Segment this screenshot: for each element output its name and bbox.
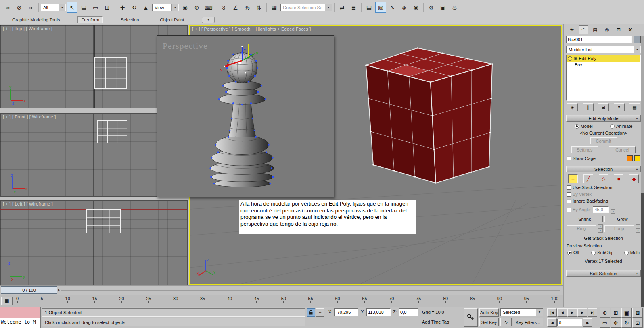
window-crossing-icon[interactable]: ⊞ bbox=[102, 2, 113, 13]
shrink-button[interactable]: Shrink bbox=[567, 216, 603, 222]
z-coordinate-field[interactable] bbox=[399, 308, 418, 316]
zoom-icon[interactable]: ⊕ bbox=[600, 308, 610, 318]
preview-subobj-radio[interactable]: SubObj bbox=[591, 250, 612, 255]
hierarchy-tab-icon[interactable]: ▤ bbox=[590, 25, 600, 34]
edit-named-selection-sets-icon[interactable]: ▦ bbox=[269, 2, 280, 13]
pin-stack-icon[interactable]: ◈ bbox=[567, 103, 578, 111]
selection-filter-dropdown[interactable]: All ▼ bbox=[41, 4, 66, 11]
render-production-icon[interactable]: ♨ bbox=[449, 2, 460, 13]
settings-button[interactable]: Settings bbox=[571, 146, 598, 153]
next-frame-button[interactable]: ▶ bbox=[577, 308, 587, 317]
next-key-button[interactable]: ▶ bbox=[583, 318, 592, 327]
get-stack-selection-button[interactable]: Get Stack Selection bbox=[567, 235, 640, 241]
snaps-toggle-icon[interactable]: 3 bbox=[218, 2, 229, 13]
select-and-link-icon[interactable]: ∞ bbox=[2, 2, 13, 13]
zoom-extents-all-icon[interactable]: ⊠ bbox=[632, 308, 643, 318]
listener-macro-recorder[interactable] bbox=[0, 307, 40, 318]
scrollbar-thumb[interactable] bbox=[641, 193, 644, 310]
named-selection-set-combo[interactable]: Create Selection Se ▼ bbox=[280, 4, 332, 11]
time-slider-handle[interactable]: 0 / 100 bbox=[1, 286, 57, 294]
cancel-button[interactable]: Cancel bbox=[609, 146, 636, 153]
curve-editor-icon[interactable]: ∿ bbox=[387, 2, 398, 13]
viewport-left-label[interactable]: [ + ] [ Left ] [ Wireframe ] bbox=[3, 201, 53, 206]
object-color-swatch[interactable] bbox=[634, 36, 641, 43]
bind-to-space-warp-icon[interactable]: ≈ bbox=[25, 2, 36, 13]
chevron-down-icon[interactable]: ▼ bbox=[325, 4, 332, 11]
key-filters-button[interactable]: Key Filters... bbox=[513, 318, 543, 326]
modify-tab-icon[interactable]: ◠ bbox=[579, 25, 588, 34]
tab-freeform[interactable]: Freeform bbox=[77, 16, 103, 23]
tab-object-paint[interactable]: Object Paint bbox=[157, 17, 187, 23]
align-icon[interactable]: ≣ bbox=[348, 2, 359, 13]
utilities-tab-icon[interactable]: ⚒ bbox=[625, 25, 635, 34]
loop-button[interactable]: Loop bbox=[604, 225, 634, 232]
maxscript-mini-listener[interactable]: Welcome to M bbox=[0, 307, 41, 328]
listener-output[interactable]: Welcome to M bbox=[0, 318, 40, 328]
use-pivot-point-center-icon[interactable]: ◉ bbox=[180, 2, 190, 13]
default-tangent-icon[interactable]: ∿ bbox=[500, 318, 512, 326]
percent-snap-icon[interactable]: % bbox=[242, 2, 253, 13]
viewport-front-label[interactable]: [ + ] [ Front ] [ Wireframe ] bbox=[3, 114, 56, 119]
selection-set-key-dropdown[interactable]: Selected ▼ bbox=[500, 308, 543, 316]
border-subobject-icon[interactable]: ◇ bbox=[599, 174, 608, 183]
rollout-collapse-icon[interactable]: ▲ bbox=[636, 272, 638, 275]
chevron-down-icon[interactable]: ▼ bbox=[634, 46, 640, 53]
display-tab-icon[interactable]: ⊡ bbox=[614, 25, 623, 34]
chevron-down-icon[interactable]: ▼ bbox=[59, 4, 65, 11]
grow-button[interactable]: Grow bbox=[604, 216, 641, 222]
track-bar[interactable]: ▦ 0 5 10 15 20 25 30 35 40 45 50 55 60 6… bbox=[0, 295, 563, 307]
previous-key-button[interactable]: ◀ bbox=[547, 318, 557, 327]
configure-modifier-sets-icon[interactable]: ▤ bbox=[629, 103, 640, 111]
command-panel-scrollbar[interactable] bbox=[641, 36, 644, 307]
cage-color-swatch[interactable] bbox=[627, 155, 633, 161]
box-wireframe-top-view[interactable] bbox=[94, 57, 127, 89]
polygon-subobject-icon[interactable]: ■ bbox=[614, 174, 623, 183]
select-and-rotate-icon[interactable]: ↻ bbox=[129, 2, 140, 13]
box-wireframe-left-view[interactable] bbox=[86, 209, 121, 233]
tab-graphite-modeling-tools[interactable]: Graphite Modeling Tools bbox=[9, 17, 63, 23]
go-to-end-button[interactable]: ▶| bbox=[588, 308, 597, 317]
viewport-left[interactable]: [ + ] [ Left ] [ Wireframe ] z y x bbox=[0, 200, 188, 285]
reference-coordinate-system-dropdown[interactable]: View ▼ bbox=[152, 4, 179, 11]
show-cage-checkbox[interactable] bbox=[567, 156, 571, 160]
cage-selected-color-swatch[interactable] bbox=[634, 155, 640, 161]
modifier-list-dropdown[interactable]: Modifier List ▼ bbox=[566, 46, 641, 53]
create-tab-icon[interactable]: ✳ bbox=[567, 25, 577, 34]
modifier-enabled-bulb-icon[interactable] bbox=[568, 56, 572, 61]
motion-tab-icon[interactable]: ◎ bbox=[602, 25, 612, 34]
model-radio[interactable]: Model bbox=[575, 124, 593, 129]
chevron-down-icon[interactable]: ▼ bbox=[171, 4, 178, 11]
keyboard-shortcut-override-icon[interactable]: ⌨ bbox=[203, 2, 214, 13]
rollout-collapse-icon[interactable]: ▲ bbox=[636, 117, 638, 120]
rollout-header-selection[interactable]: Selection ▲ bbox=[566, 166, 641, 172]
select-by-name-icon[interactable]: ▤ bbox=[78, 2, 89, 13]
maximize-viewport-toggle-icon[interactable]: ⊡ bbox=[632, 318, 643, 328]
previous-frame-button[interactable]: ◀ bbox=[557, 308, 567, 317]
rollout-header-soft-selection[interactable]: Soft Selection ▲ bbox=[566, 270, 641, 277]
select-object-icon[interactable]: ↖ bbox=[67, 2, 77, 13]
unlink-selection-icon[interactable]: ⊘ bbox=[14, 2, 25, 13]
rollout-header-edit-poly-mode[interactable]: Edit Poly Mode ▲ bbox=[566, 115, 641, 122]
current-frame-field[interactable] bbox=[557, 319, 582, 326]
preview-multi-radio[interactable]: Multi bbox=[624, 250, 640, 255]
open-mini-curve-editor-icon[interactable]: ▦ bbox=[1, 297, 13, 305]
render-setup-icon[interactable]: ⚙ bbox=[426, 2, 437, 13]
chevron-down-icon[interactable]: ▼ bbox=[536, 309, 543, 316]
angle-snap-icon[interactable]: ∠ bbox=[230, 2, 241, 13]
remove-modifier-icon[interactable]: ✕ bbox=[614, 103, 625, 111]
selection-lock-toggle[interactable] bbox=[307, 308, 315, 317]
select-and-manipulate-icon[interactable]: ⊕ bbox=[191, 2, 202, 13]
select-and-move-icon[interactable]: ✚ bbox=[117, 2, 128, 13]
show-end-result-icon[interactable]: ∥ bbox=[583, 103, 594, 111]
animate-radio[interactable]: Animate bbox=[610, 124, 632, 129]
go-to-start-button[interactable]: |◀ bbox=[547, 308, 557, 317]
by-angle-spinner[interactable]: ▴▾ bbox=[611, 206, 615, 214]
by-angle-checkbox[interactable] bbox=[567, 208, 571, 212]
use-stack-selection-checkbox[interactable] bbox=[567, 185, 571, 190]
preview-off-radio[interactable]: Off bbox=[567, 250, 579, 255]
rectangular-selection-region-icon[interactable]: ▭ bbox=[90, 2, 101, 13]
zoom-region-icon[interactable]: ▭ bbox=[600, 318, 610, 328]
stack-item-box[interactable]: Box bbox=[567, 62, 640, 68]
select-and-scale-icon[interactable]: ▲ bbox=[140, 2, 151, 13]
stack-item-edit-poly[interactable]: ▣ Edit Poly bbox=[567, 55, 640, 62]
